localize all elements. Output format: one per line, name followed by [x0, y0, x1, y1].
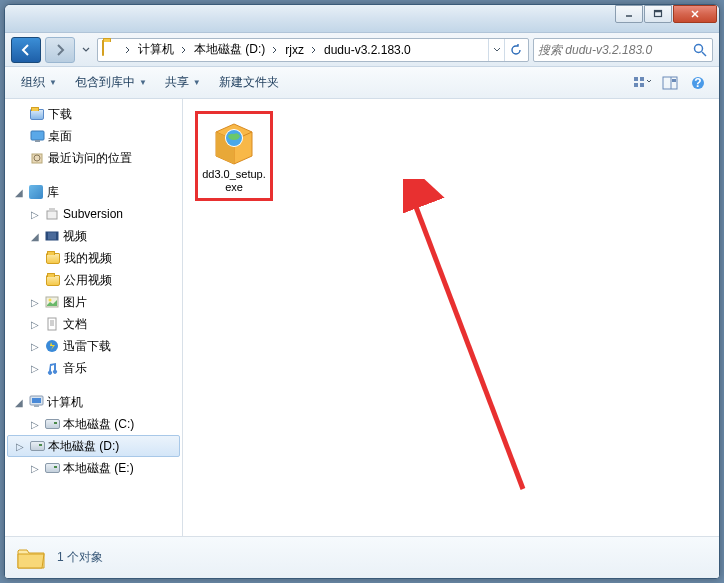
- svg-rect-21: [49, 208, 55, 212]
- sidebar-label: 计算机: [47, 394, 182, 411]
- breadcrumb-arrow[interactable]: [178, 39, 190, 61]
- nav-history-dropdown[interactable]: [79, 37, 93, 63]
- expand-icon[interactable]: ▷: [14, 440, 26, 452]
- svg-rect-27: [48, 318, 56, 330]
- svg-rect-13: [672, 79, 676, 82]
- sidebar-label: 本地磁盘 (C:): [63, 416, 182, 433]
- share-menu[interactable]: 共享 ▼: [157, 70, 209, 95]
- collapse-icon[interactable]: ◢: [13, 186, 25, 198]
- sidebar-item-drive-d[interactable]: ▷ 本地磁盘 (D:): [7, 435, 180, 457]
- sidebar-label: 最近访问的位置: [48, 150, 182, 167]
- collapse-icon[interactable]: ◢: [13, 396, 25, 408]
- computer-icon: [28, 394, 44, 410]
- breadcrumb-root-arrow[interactable]: [122, 39, 134, 61]
- sidebar-item-desktop[interactable]: 桌面: [5, 125, 182, 147]
- breadcrumb-rjxz[interactable]: rjxz: [281, 39, 308, 61]
- svg-text:?: ?: [694, 76, 701, 90]
- search-box[interactable]: [533, 38, 713, 62]
- svg-point-5: [695, 44, 703, 52]
- sidebar-item-my-videos[interactable]: 我的视频: [5, 247, 182, 269]
- folder-icon: [45, 250, 61, 266]
- desktop-icon: [29, 128, 45, 144]
- forward-button[interactable]: [45, 37, 75, 63]
- minimize-button[interactable]: [615, 5, 643, 23]
- sidebar-label: 图片: [63, 294, 182, 311]
- close-button[interactable]: [673, 5, 717, 23]
- file-item-setup-exe[interactable]: dd3.0_setup.exe: [195, 111, 273, 201]
- sidebar-item-documents[interactable]: ▷ 文档: [5, 313, 182, 335]
- sidebar-item-music[interactable]: ▷ 音乐: [5, 357, 182, 379]
- status-count: 1 个对象: [57, 549, 103, 566]
- svg-rect-20: [47, 211, 57, 219]
- sidebar-label: 桌面: [48, 128, 182, 145]
- address-bar[interactable]: 计算机 本地磁盘 (D:) rjxz dudu-v3.2.183.0: [97, 38, 529, 62]
- organize-label: 组织: [21, 74, 45, 91]
- breadcrumb-arrow[interactable]: [308, 39, 320, 61]
- back-button[interactable]: [11, 37, 41, 63]
- svg-rect-24: [56, 232, 58, 240]
- breadcrumb-dudu[interactable]: dudu-v3.2.183.0: [320, 39, 415, 61]
- search-icon[interactable]: [692, 42, 708, 58]
- sidebar-item-public-videos[interactable]: 公用视频: [5, 269, 182, 291]
- sidebar-item-drive-c[interactable]: ▷ 本地磁盘 (C:): [5, 413, 182, 435]
- drive-icon: [29, 438, 45, 454]
- expand-icon[interactable]: ▷: [29, 208, 41, 220]
- sidebar-item-computer[interactable]: ◢ 计算机: [5, 391, 182, 413]
- sidebar-item-videos[interactable]: ◢ 视频: [5, 225, 182, 247]
- search-input[interactable]: [538, 43, 692, 57]
- help-button[interactable]: ?: [685, 72, 711, 94]
- sidebar-item-subversion[interactable]: ▷ Subversion: [5, 203, 182, 225]
- svg-line-37: [413, 199, 523, 489]
- chevron-down-icon: ▼: [193, 78, 201, 87]
- refresh-button[interactable]: [504, 39, 526, 61]
- folder-icon: [102, 41, 120, 59]
- breadcrumb-computer[interactable]: 计算机: [134, 39, 178, 61]
- sidebar-label: 库: [47, 184, 182, 201]
- status-bar: 1 个对象: [5, 536, 719, 578]
- svg-rect-16: [31, 131, 44, 140]
- file-label: dd3.0_setup.exe: [202, 168, 266, 194]
- documents-icon: [44, 316, 60, 332]
- share-label: 共享: [165, 74, 189, 91]
- sidebar-item-recent[interactable]: 最近访问的位置: [5, 147, 182, 169]
- address-dropdown[interactable]: [488, 39, 504, 61]
- file-list-area[interactable]: dd3.0_setup.exe: [183, 99, 719, 536]
- breadcrumb-drive-d[interactable]: 本地磁盘 (D:): [190, 39, 269, 61]
- new-folder-button[interactable]: 新建文件夹: [211, 70, 287, 95]
- include-in-library-menu[interactable]: 包含到库中 ▼: [67, 70, 155, 95]
- navigation-bar: 计算机 本地磁盘 (D:) rjxz dudu-v3.2.183.0: [5, 33, 719, 67]
- sidebar-item-drive-e[interactable]: ▷ 本地磁盘 (E:): [5, 457, 182, 479]
- expand-icon[interactable]: ▷: [29, 340, 41, 352]
- breadcrumb-arrow[interactable]: [269, 39, 281, 61]
- sidebar-label: 音乐: [63, 360, 182, 377]
- navigation-tree[interactable]: 下载 桌面 最近访问的位置 ◢ 库 ▷ Subversion: [5, 99, 183, 536]
- video-icon: [44, 228, 60, 244]
- svg-rect-34: [34, 405, 39, 407]
- sidebar-label: 本地磁盘 (D:): [48, 438, 179, 455]
- view-options-button[interactable]: [629, 72, 655, 94]
- sidebar-item-pictures[interactable]: ▷ 图片: [5, 291, 182, 313]
- sidebar-item-downloads[interactable]: 下载: [5, 103, 182, 125]
- sidebar-item-xunlei[interactable]: ▷ 迅雷下载: [5, 335, 182, 357]
- preview-pane-button[interactable]: [657, 72, 683, 94]
- collapse-icon[interactable]: ◢: [29, 230, 41, 242]
- drive-icon: [44, 460, 60, 476]
- expand-icon[interactable]: ▷: [29, 318, 41, 330]
- maximize-button[interactable]: [644, 5, 672, 23]
- expand-icon[interactable]: ▷: [29, 418, 41, 430]
- chevron-down-icon: ▼: [49, 78, 57, 87]
- toolbar: 组织 ▼ 包含到库中 ▼ 共享 ▼ 新建文件夹 ?: [5, 67, 719, 99]
- organize-menu[interactable]: 组织 ▼: [13, 70, 65, 95]
- svg-rect-11: [663, 77, 677, 89]
- sidebar-label: 视频: [63, 228, 182, 245]
- sidebar-label: 文档: [63, 316, 182, 333]
- expand-icon[interactable]: ▷: [29, 362, 41, 374]
- svg-rect-10: [640, 83, 644, 87]
- sidebar-item-libraries[interactable]: ◢ 库: [5, 181, 182, 203]
- expand-icon[interactable]: ▷: [29, 296, 41, 308]
- explorer-window: 计算机 本地磁盘 (D:) rjxz dudu-v3.2.183.0 组织: [4, 4, 720, 579]
- expand-icon[interactable]: ▷: [29, 462, 41, 474]
- include-label: 包含到库中: [75, 74, 135, 91]
- folder-icon: [15, 542, 47, 574]
- drive-icon: [44, 416, 60, 432]
